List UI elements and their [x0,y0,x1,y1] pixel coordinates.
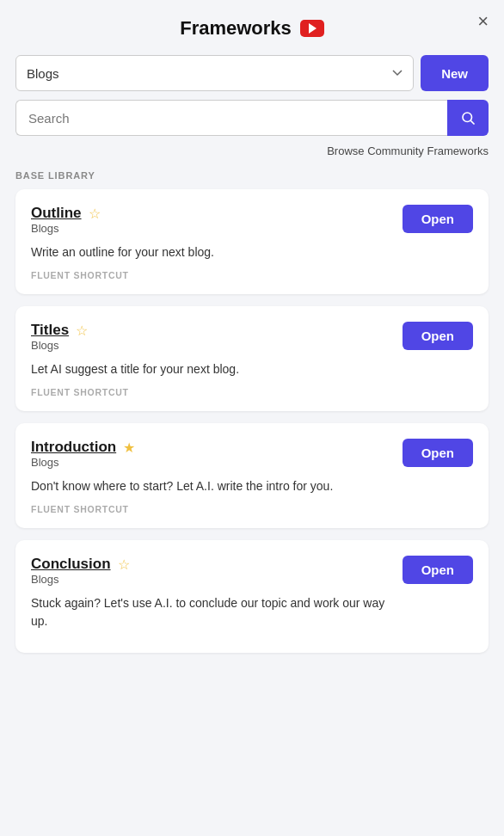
card-header: Conclusion ☆ Blogs Stuck again? Let's us… [31,556,473,639]
shortcut-label: FLUENT SHORTCUT [31,387,239,397]
star-icon[interactable]: ☆ [118,556,130,573]
base-library-label: BASE LIBRARY [15,170,489,181]
card-right: Open [403,556,473,584]
framework-card-outline: Outline ☆ Blogs Write an outline for you… [15,189,489,294]
open-button-titles[interactable]: Open [403,322,473,350]
card-tag: Blogs [31,456,333,469]
shortcut-label: FLUENT SHORTCUT [31,504,333,514]
search-row [15,100,489,136]
new-button[interactable]: New [421,55,489,91]
card-title-row: Introduction ★ [31,439,333,456]
card-header: Introduction ★ Blogs Don't know where to… [31,439,473,514]
card-header: Titles ☆ Blogs Let AI suggest a title fo… [31,322,473,397]
framework-card-conclusion: Conclusion ☆ Blogs Stuck again? Let's us… [15,540,489,653]
title-row: Frameworks [15,17,489,40]
search-button[interactable] [447,100,489,136]
star-icon[interactable]: ★ [123,440,135,456]
card-title: Conclusion [31,556,111,573]
search-input[interactable] [15,100,447,136]
search-icon [460,110,476,126]
category-dropdown[interactable]: Blogs Articles Social Media Emails [15,55,414,91]
close-button[interactable]: × [477,12,489,31]
card-left: Introduction ★ Blogs Don't know where to… [31,439,333,514]
frameworks-modal: × Frameworks Blogs Articles Social Media… [0,0,504,836]
framework-card-introduction: Introduction ★ Blogs Don't know where to… [15,423,489,528]
card-header: Outline ☆ Blogs Write an outline for you… [31,205,473,280]
card-left: Titles ☆ Blogs Let AI suggest a title fo… [31,322,239,397]
youtube-icon[interactable] [300,20,324,37]
browse-community-link[interactable]: Browse Community Frameworks [15,143,489,158]
modal-title: Frameworks [180,17,292,40]
card-tag: Blogs [31,339,239,352]
card-description: Let AI suggest a title for your next blo… [31,360,239,378]
card-description: Don't know where to start? Let A.I. writ… [31,477,333,495]
card-left: Conclusion ☆ Blogs Stuck again? Let's us… [31,556,403,639]
card-title: Titles [31,322,69,339]
star-icon[interactable]: ☆ [89,206,101,222]
card-tag: Blogs [31,573,403,586]
card-right: Open [403,322,473,350]
star-icon[interactable]: ☆ [76,323,88,339]
card-title: Outline [31,205,82,222]
card-left: Outline ☆ Blogs Write an outline for you… [31,205,214,280]
card-title: Introduction [31,439,116,456]
top-controls: Blogs Articles Social Media Emails New [15,55,489,91]
svg-line-1 [470,120,474,124]
card-title-row: Conclusion ☆ [31,556,403,573]
card-right: Open [403,205,473,233]
open-button-introduction[interactable]: Open [403,439,473,467]
card-description: Stuck again? Let's use A.I. to conclude … [31,594,403,630]
shortcut-label: FLUENT SHORTCUT [31,270,214,280]
card-tag: Blogs [31,222,214,235]
card-title-row: Outline ☆ [31,205,214,222]
card-title-row: Titles ☆ [31,322,239,339]
open-button-outline[interactable]: Open [403,205,473,233]
framework-card-titles: Titles ☆ Blogs Let AI suggest a title fo… [15,306,489,411]
card-right: Open [403,439,473,467]
card-description: Write an outline for your next blog. [31,243,214,261]
open-button-conclusion[interactable]: Open [403,556,473,584]
framework-list: Outline ☆ Blogs Write an outline for you… [15,189,489,653]
svg-point-0 [463,113,472,122]
browse-community-anchor[interactable]: Browse Community Frameworks [327,144,489,157]
